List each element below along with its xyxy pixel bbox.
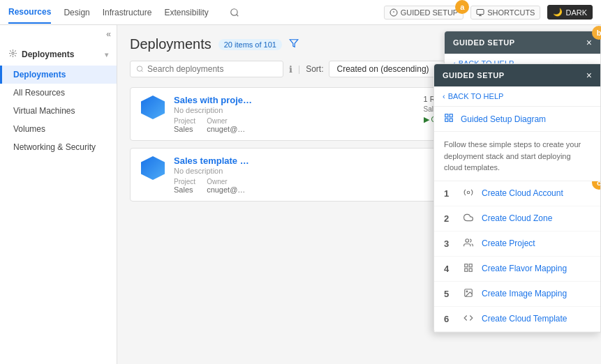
svg-point-6: [137, 66, 142, 71]
meta-owner: Owner cnuget@…: [207, 117, 245, 133]
svg-rect-17: [465, 268, 468, 271]
info-icon[interactable]: ℹ: [289, 64, 292, 75]
project-value: Sales: [174, 185, 195, 194]
owner-value: cnuget@…: [207, 125, 245, 133]
step-label-5: Create Image Mapping: [482, 289, 567, 298]
guided-setup-label: GUIDED SETUP: [401, 8, 459, 17]
sidebar-item-networking-security[interactable]: Networking & Security: [0, 138, 117, 156]
svg-rect-8: [445, 114, 448, 117]
guided-panel-1-close-button[interactable]: ×: [586, 37, 592, 48]
item-count-badge: 20 items of 101: [218, 39, 282, 50]
diagram-label: Guided Setup Diagram: [461, 114, 546, 124]
flavor-mapping-icon: [462, 263, 475, 275]
step-label-4: Create Flavor Mapping: [482, 264, 567, 273]
svg-rect-16: [469, 268, 472, 271]
content-area: Deployments 20 items of 101 ℹ | Sort: Cr…: [117, 25, 601, 364]
owner-label: Owner: [207, 178, 245, 185]
owner-value: cnuget@…: [207, 185, 245, 194]
step-label-3: Create Project: [482, 238, 535, 248]
guided-panel-2-header: GUIDED SETUP ×: [434, 64, 600, 86]
badge-c: c: [592, 181, 600, 190]
deployment-meta: Project Sales Owner cnuget@…: [174, 178, 429, 194]
sidebar-item-deployments[interactable]: Deployments: [0, 66, 117, 84]
hex-icon: [141, 156, 165, 180]
setup-step-5[interactable]: 5 Create Image Mapping: [434, 282, 600, 307]
sort-label: Sort:: [306, 64, 323, 74]
project-value: Sales: [174, 125, 195, 133]
svg-rect-11: [445, 119, 448, 121]
deployment-name[interactable]: Sales with proje…: [174, 95, 415, 105]
dark-mode-button[interactable]: 🌙 DARK: [547, 5, 593, 20]
svg-point-13: [466, 238, 469, 242]
collapse-icon: «: [106, 29, 111, 39]
sidebar-group-header[interactable]: Deployments ▾: [0, 43, 117, 66]
sidebar-item-volumes[interactable]: Volumes: [0, 120, 117, 138]
guided-setup-button[interactable]: GUIDED SETUP: [384, 6, 464, 20]
sidebar-group-deployments: Deployments ▾ Deployments All Resources …: [0, 43, 117, 156]
shortcuts-icon: [476, 8, 484, 17]
shortcuts-button[interactable]: SHORTCUTS: [470, 6, 540, 20]
sidebar-group-label: Deployments: [22, 50, 74, 59]
diagram-icon: [444, 113, 454, 125]
svg-marker-5: [290, 40, 298, 47]
nav-right: GUIDED SETUP a SHORTCUTS 🌙 DARK: [384, 5, 593, 20]
deployment-name[interactable]: Sales template …: [174, 156, 429, 166]
guided-panel-1-header: GUIDED SETUP ×: [445, 31, 600, 54]
chevron-left-icon-2: ‹: [443, 92, 445, 100]
main-layout: « Deployments ▾ Deployments All Resource…: [0, 25, 601, 364]
step-number-3: 3: [444, 238, 455, 249]
step-number-2: 2: [444, 213, 455, 224]
deployment-main: Sales with proje… No description Project…: [174, 95, 415, 133]
deployment-description: No description: [174, 106, 415, 114]
svg-rect-10: [450, 119, 452, 121]
nav-items: Resources Design Infrastructure Extensib…: [8, 1, 384, 24]
setup-step-3[interactable]: 3 Create Project: [434, 232, 600, 257]
cloud-account-icon: [462, 188, 475, 199]
step-number-6: 6: [444, 314, 455, 324]
setup-step-6[interactable]: 6 Create Cloud Template: [434, 307, 600, 332]
cloud-zone-icon: [462, 213, 475, 225]
steps-list: 1 Create Cloud Account c 2: [434, 181, 600, 332]
filter-icon[interactable]: [289, 38, 299, 50]
guided-setup-icon: [389, 8, 398, 17]
guided-panel-2-close-button[interactable]: ×: [586, 70, 592, 81]
hex-icon: [141, 96, 165, 119]
nav-search[interactable]: [230, 8, 239, 17]
nav-item-extensibility[interactable]: Extensibility: [164, 2, 208, 23]
project-icon: [462, 238, 475, 250]
sort-select[interactable]: Created on (descending): [329, 61, 445, 77]
moon-icon: 🌙: [553, 8, 563, 17]
sidebar-collapse-button[interactable]: «: [0, 25, 117, 43]
back-label-2: BACK TO HELP: [448, 92, 504, 100]
deployment-logo: [140, 95, 165, 120]
nav-item-infrastructure[interactable]: Infrastructure: [103, 2, 152, 23]
svg-line-7: [142, 70, 143, 72]
meta-owner: Owner cnuget@…: [207, 178, 245, 194]
search-box[interactable]: [130, 61, 283, 77]
svg-rect-15: [469, 264, 472, 266]
nav-item-resources[interactable]: Resources: [8, 1, 51, 24]
meta-project: Project Sales: [174, 178, 195, 194]
project-label: Project: [174, 117, 195, 125]
step-label-2: Create Cloud Zone: [482, 213, 552, 223]
setup-step-2[interactable]: 2 Create Cloud Zone: [434, 206, 600, 232]
sidebar-item-all-resources[interactable]: All Resources: [0, 84, 117, 102]
dark-label: DARK: [565, 8, 587, 17]
step-label-6: Create Cloud Template: [482, 314, 567, 324]
search-input[interactable]: [147, 64, 277, 74]
svg-point-19: [466, 291, 468, 292]
setup-step-4[interactable]: 4 Create Flavor Mapping: [434, 257, 600, 282]
nav-item-design[interactable]: Design: [64, 2, 89, 23]
sidebar-item-virtual-machines[interactable]: Virtual Machines: [0, 102, 117, 120]
setup-step-1[interactable]: 1 Create Cloud Account c: [434, 181, 600, 206]
deployment-main: Sales template … No description Project …: [174, 156, 429, 194]
step-label-1: Create Cloud Account: [482, 188, 563, 198]
step-number-1: 1: [444, 188, 455, 199]
step-number-4: 4: [444, 264, 455, 274]
guided-setup-panel-2: GUIDED SETUP × ‹ BACK TO HELP Guided Set…: [433, 63, 601, 333]
guided-setup-wrapper: GUIDED SETUP a: [384, 6, 464, 20]
back-to-help-2[interactable]: ‹ BACK TO HELP: [434, 86, 600, 107]
svg-rect-9: [450, 114, 452, 117]
guided-diagram-item[interactable]: Guided Setup Diagram: [434, 107, 600, 132]
search-icon: [230, 8, 239, 17]
